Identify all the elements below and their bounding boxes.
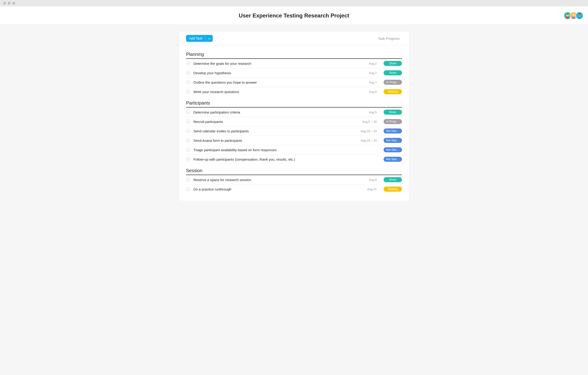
- task-list-card: Add Task Task Progress PlanningDetermine…: [179, 32, 409, 201]
- status-badge[interactable]: Not Star…: [384, 129, 402, 133]
- check-icon: [187, 62, 189, 64]
- task-name[interactable]: Determine participation criteria: [193, 110, 354, 114]
- section-task-list: Determine participation criteriaAug 5Don…: [186, 107, 402, 164]
- task-due-date[interactable]: Aug 9: [354, 178, 377, 182]
- task-row[interactable]: Recruit participantsAug 5 – 19In Progr…: [186, 117, 402, 126]
- complete-task-checkbox[interactable]: [186, 138, 190, 142]
- task-name[interactable]: Send calendar invites to participants: [193, 129, 354, 133]
- section-header[interactable]: Session: [186, 164, 402, 175]
- complete-task-checkbox[interactable]: [186, 148, 190, 152]
- svg-rect-2: [566, 17, 569, 19]
- status-badge[interactable]: Done: [384, 61, 402, 66]
- section-task-list: Reserve a space for research sessionAug …: [186, 175, 402, 194]
- project-members: [566, 12, 583, 20]
- section-header[interactable]: Planning: [186, 48, 402, 59]
- task-due-date[interactable]: Aug 9: [354, 90, 377, 94]
- task-name[interactable]: Recruit participants: [193, 120, 354, 124]
- complete-task-checkbox[interactable]: [186, 71, 190, 75]
- task-sections: PlanningDetermine the goals for your res…: [179, 45, 409, 201]
- complete-task-checkbox[interactable]: [186, 90, 190, 94]
- svg-rect-8: [578, 17, 581, 19]
- status-badge[interactable]: In Progr…: [384, 119, 402, 124]
- status-badge[interactable]: Done: [384, 70, 402, 75]
- task-row[interactable]: Triage participant availability based on…: [186, 145, 402, 155]
- add-task-button[interactable]: Add Task: [186, 35, 206, 42]
- check-icon: [187, 72, 189, 74]
- content: Add Task Task Progress PlanningDetermine…: [0, 25, 588, 201]
- add-task-group: Add Task: [186, 35, 213, 42]
- task-row[interactable]: Send calendar invites to participantsAug…: [186, 126, 402, 136]
- task-name[interactable]: Send Asana form to participants: [193, 139, 354, 142]
- task-due-date[interactable]: Aug 5: [354, 110, 377, 114]
- status-badge[interactable]: Done: [384, 110, 402, 115]
- task-row[interactable]: Determine the goals for your researchAug…: [186, 59, 402, 68]
- check-icon: [187, 111, 189, 113]
- task-name[interactable]: Reserve a space for research session: [193, 178, 354, 182]
- window-dot: [3, 2, 6, 5]
- check-icon: [187, 179, 189, 181]
- task-name[interactable]: Do a practice runthrough: [193, 187, 354, 191]
- complete-task-checkbox[interactable]: [186, 110, 190, 114]
- status-badge[interactable]: Waiting: [384, 187, 402, 192]
- task-row[interactable]: Reserve a space for research sessionAug …: [186, 175, 402, 184]
- task-row[interactable]: Send Asana form to participantsAug 19 – …: [186, 136, 402, 145]
- task-row[interactable]: Write your research questionsAug 9Waitin…: [186, 87, 402, 96]
- window-dot: [8, 2, 10, 5]
- complete-task-checkbox[interactable]: [186, 187, 190, 191]
- task-due-date[interactable]: Aug 19 – 23: [354, 129, 377, 133]
- check-icon: [187, 158, 189, 161]
- card-toolbar: Add Task Task Progress: [179, 32, 409, 45]
- avatar[interactable]: [576, 12, 583, 20]
- task-due-date[interactable]: Aug 5 – 19: [354, 120, 377, 123]
- section-task-list: Determine the goals for your researchAug…: [186, 59, 402, 96]
- page-title: User Experience Testing Research Project: [239, 12, 349, 19]
- check-icon: [187, 120, 189, 123]
- complete-task-checkbox[interactable]: [186, 119, 190, 124]
- status-badge[interactable]: Not Star…: [384, 138, 402, 143]
- task-due-date[interactable]: Aug 2: [354, 71, 377, 75]
- complete-task-checkbox[interactable]: [186, 80, 190, 84]
- chevron-down-icon: [208, 37, 210, 40]
- svg-rect-5: [572, 17, 575, 19]
- task-row[interactable]: Follow-up with participants (compensatio…: [186, 155, 402, 164]
- app-header: User Experience Testing Research Project: [0, 6, 588, 25]
- window-dot: [12, 2, 15, 5]
- task-row[interactable]: Determine participation criteriaAug 5Don…: [186, 107, 402, 117]
- task-row[interactable]: Develop your hypothesisAug 2Done: [186, 68, 402, 78]
- window-chrome: [0, 0, 588, 6]
- complete-task-checkbox[interactable]: [186, 129, 190, 133]
- check-icon: [187, 130, 189, 132]
- section-header[interactable]: Participants: [186, 96, 402, 107]
- add-task-dropdown-button[interactable]: [206, 35, 213, 42]
- task-progress-header: Task Progress: [378, 37, 400, 41]
- complete-task-checkbox[interactable]: [186, 178, 190, 182]
- check-icon: [187, 81, 189, 83]
- task-due-date[interactable]: Aug 21: [354, 188, 377, 191]
- check-icon: [187, 91, 189, 93]
- task-due-date[interactable]: Aug 7: [354, 81, 377, 84]
- task-name[interactable]: Follow-up with participants (compensatio…: [193, 157, 354, 161]
- check-icon: [187, 139, 189, 141]
- complete-task-checkbox[interactable]: [186, 61, 190, 65]
- check-icon: [187, 188, 189, 190]
- task-due-date[interactable]: Aug 19 – 23: [354, 139, 377, 142]
- status-badge[interactable]: Waiting: [384, 89, 402, 94]
- task-due-date[interactable]: Aug 2: [354, 62, 377, 65]
- task-row[interactable]: Outline the questions you hope to answer…: [186, 78, 402, 87]
- task-row[interactable]: Do a practice runthroughAug 21Waiting: [186, 184, 402, 194]
- status-badge[interactable]: In Progr…: [384, 80, 402, 85]
- task-name[interactable]: Outline the questions you hope to answer: [193, 80, 354, 84]
- status-badge[interactable]: Not Star…: [384, 147, 402, 152]
- status-badge[interactable]: Done: [384, 177, 402, 182]
- task-name[interactable]: Triage participant availability based on…: [193, 148, 354, 152]
- task-name[interactable]: Write your research questions: [193, 90, 354, 94]
- complete-task-checkbox[interactable]: [186, 157, 190, 161]
- check-icon: [187, 149, 189, 151]
- task-name[interactable]: Develop your hypothesis: [193, 71, 354, 75]
- status-badge[interactable]: Not Star…: [384, 157, 402, 162]
- task-name[interactable]: Determine the goals for your research: [193, 62, 354, 65]
